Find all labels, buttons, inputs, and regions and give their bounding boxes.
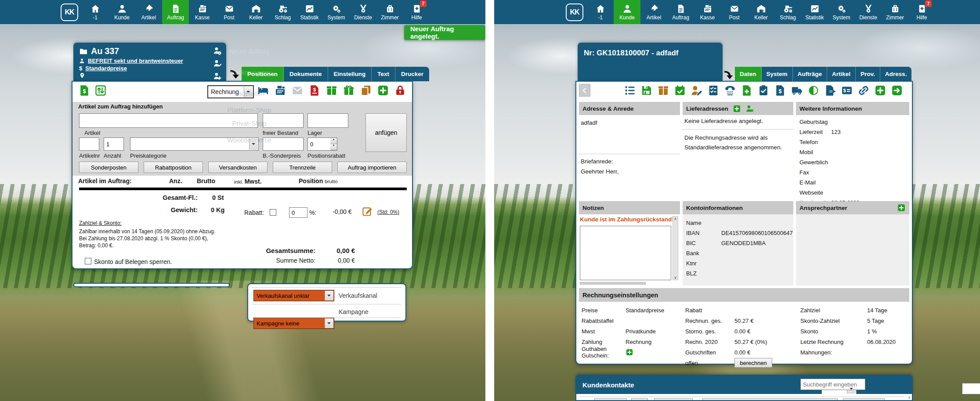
anzahl-input[interactable] [104, 137, 124, 151]
user-check-icon[interactable] [213, 59, 222, 68]
preiskategorie-select[interactable] [130, 137, 259, 151]
cutoff-button[interactable] [654, 398, 693, 401]
tab-daten[interactable]: Daten [735, 67, 762, 81]
freier-bestand-input[interactable] [263, 113, 304, 128]
truck-icon[interactable] [791, 84, 803, 97]
cutoff-button[interactable] [631, 398, 648, 401]
verkaufskanal-select[interactable]: Verkaufskanal unklar [253, 290, 334, 301]
doc-dollar-icon[interactable]: $ [78, 84, 90, 97]
customer-link[interactable]: BEFREIT sekt und brantweinsteuer [88, 58, 183, 64]
user-add-icon[interactable] [213, 72, 222, 80]
edit-rabatt-icon[interactable] [362, 206, 373, 217]
skonto-sperren-checkbox[interactable] [85, 258, 91, 264]
nav-item-zimmer[interactable]: Zimmer [882, 0, 908, 24]
tab-artikel[interactable]: Artikel [827, 67, 856, 81]
nav-item-zimmer[interactable]: Zimmer [376, 0, 403, 24]
sonderpreis-input[interactable] [263, 137, 304, 151]
rabatt-checkbox[interactable] [270, 209, 276, 216]
gift-icon[interactable] [343, 84, 355, 97]
nav-item-auftrag[interactable]: Auftrag [667, 0, 694, 24]
nav-item-schlag[interactable]: Schlag [774, 0, 801, 24]
mail-icon[interactable] [291, 84, 304, 97]
nav-item-hilfe[interactable]: Hilfe7 [908, 0, 935, 24]
nav-item-start[interactable]: -1 [82, 0, 108, 24]
rabattposition-button[interactable]: Rabattposition [144, 162, 203, 173]
nav-item-hilfe[interactable]: Hilfe7 [403, 0, 430, 24]
tab-adress[interactable]: Adress. [880, 67, 912, 81]
nav-item-system[interactable]: System [323, 0, 350, 24]
notizen-textarea[interactable] [580, 226, 671, 280]
bed-icon[interactable] [257, 84, 269, 97]
cutoff-button[interactable] [843, 398, 885, 401]
user-edit-icon[interactable] [691, 84, 703, 97]
nav-item-kunde[interactable]: Kunde [614, 0, 640, 24]
package-icon[interactable] [325, 84, 338, 97]
billing-icon[interactable]: $ [841, 84, 853, 97]
artikelnr-input[interactable] [79, 137, 99, 151]
user-settings-icon[interactable] [213, 46, 222, 55]
sonderposten-button[interactable]: Sonderposten [79, 162, 138, 173]
add-lieferadresse-icon[interactable] [733, 105, 741, 113]
export-doc-icon[interactable] [824, 84, 836, 97]
lager-input[interactable] [307, 113, 348, 128]
nav-item-post[interactable]: Post [721, 0, 748, 24]
artikel-input[interactable] [79, 113, 258, 128]
doc-add-icon[interactable] [741, 84, 753, 97]
berechnen-button[interactable]: berechnen [734, 358, 772, 368]
back-button[interactable] [579, 84, 590, 97]
tab-system[interactable]: System [762, 67, 793, 81]
rabatt-input[interactable] [289, 207, 307, 218]
app-logo-icon[interactable]: KK [61, 4, 78, 21]
add-gutschein-icon[interactable] [626, 348, 633, 356]
nav-item-keller[interactable]: Keller [242, 0, 269, 24]
doc-dollar-icon[interactable]: $ [774, 84, 786, 97]
nav-item-start[interactable]: -1 [587, 0, 614, 24]
phone-icon[interactable] [724, 84, 736, 97]
copy-icon[interactable] [360, 84, 372, 97]
plus-icon[interactable] [874, 84, 886, 97]
nav-item-post[interactable]: Post [216, 0, 242, 24]
invoice-doc-icon[interactable]: $ [308, 84, 321, 97]
nav-item-kunde[interactable]: Kunde [108, 0, 135, 24]
save-icon[interactable] [640, 84, 653, 97]
add-ansprechpartner-icon[interactable] [897, 203, 906, 212]
kontakte-search-input[interactable] [800, 379, 865, 390]
trennzeile-button[interactable]: Trennzeile [273, 162, 332, 173]
register-icon[interactable] [274, 84, 286, 97]
scroll-up-icon[interactable]: ∧ [908, 395, 911, 400]
nav-item-statistik[interactable]: Statistik [801, 0, 828, 24]
tab-positionen[interactable]: Positionen [242, 67, 284, 81]
nav-item-artikel[interactable]: Artikel [640, 0, 667, 24]
nav-item-auftrag[interactable]: Auftrag [162, 0, 189, 24]
nav-item-dienste[interactable]: Dienste [855, 0, 882, 24]
tab-prov[interactable]: Prov. [856, 67, 880, 81]
remove-lieferadresse-icon[interactable] [745, 104, 754, 113]
nav-item-system[interactable]: System [828, 0, 855, 24]
tab-dokumente[interactable]: Dokumente [284, 67, 328, 81]
nav-item-artikel[interactable]: Artikel [135, 0, 162, 24]
nav-item-keller[interactable]: Keller [748, 0, 774, 24]
nav-item-schlag[interactable]: Schlag [269, 0, 296, 24]
auftrag-importieren-button[interactable]: Auftrag importieren [337, 162, 407, 173]
cutoff-button[interactable] [594, 398, 627, 401]
price-category-link[interactable]: Standardpreise [85, 65, 127, 72]
std-rabatt-link[interactable]: (Std: 0%) [377, 209, 399, 215]
doc-type-select[interactable]: Rechnung [207, 85, 254, 98]
plus-icon[interactable] [377, 84, 389, 97]
nav-item-statistik[interactable]: Statistik [296, 0, 323, 24]
collapsed-panel[interactable] [73, 283, 230, 287]
calendar-check-icon[interactable] [674, 84, 686, 97]
tab-auftraege[interactable]: Aufträge [793, 67, 828, 81]
positionsrabatt-stepper[interactable]: ▲▼ [307, 137, 337, 151]
lock-icon[interactable] [394, 84, 406, 97]
link-icon[interactable] [857, 84, 870, 97]
nav-item-dienste[interactable]: Dienste [350, 0, 376, 24]
kontakte-period-select[interactable]: 6 Monate [962, 383, 980, 394]
list-icon[interactable] [624, 84, 636, 97]
notizen-hscrollbar[interactable] [580, 282, 646, 285]
cutoff-input[interactable] [702, 398, 838, 401]
notizen-scrollbar[interactable]: ∧∨ [673, 216, 678, 280]
nav-item-kasse[interactable]: Kasse [189, 0, 216, 24]
nav-item-kasse[interactable]: Kasse [694, 0, 721, 24]
transfer-icon[interactable] [94, 84, 107, 97]
